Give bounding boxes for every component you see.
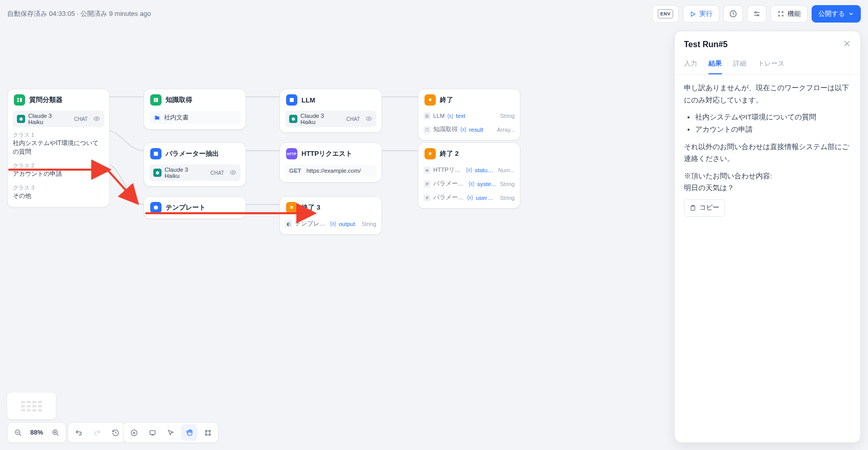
chat-tag: CHAT xyxy=(72,115,90,123)
node-end-1[interactable]: 終了 ◎ LLM {x} text String □ 知識取得 {x} resu… xyxy=(418,89,520,140)
node-parameter-extract[interactable]: パラメーター抽出 ✱ Claude 3 Haiku CHAT xyxy=(144,142,246,187)
add-node-button[interactable] xyxy=(126,424,142,441)
end-icon xyxy=(425,94,436,106)
output-var: result xyxy=(469,127,483,133)
workflow-canvas[interactable]: 質問分類器 ✱ Claude 3 Haiku CHAT クラス 1 社内システム… xyxy=(0,28,673,450)
svg-point-5 xyxy=(757,14,759,16)
svg-rect-18 xyxy=(290,98,294,102)
panel-title: Test Run#5 xyxy=(684,40,728,49)
grid-icon xyxy=(777,10,784,17)
play-icon xyxy=(690,11,696,17)
output-source: 知識取得 xyxy=(433,126,458,133)
tab-input[interactable]: 入力 xyxy=(684,55,697,74)
node-template[interactable]: テンプレート xyxy=(144,196,246,219)
model-chip[interactable]: ✱ Claude 3 Haiku CHAT xyxy=(285,111,376,127)
svg-point-16 xyxy=(232,171,234,173)
model-chip[interactable]: ✱ Claude 3 Haiku CHAT xyxy=(149,165,240,181)
clock-arrow-icon xyxy=(729,10,737,18)
undo-button[interactable] xyxy=(70,424,87,441)
minimap-content xyxy=(21,401,42,412)
tab-result[interactable]: 結果 xyxy=(709,55,722,74)
features-button[interactable]: 機能 xyxy=(771,5,808,23)
knowledge-doc[interactable]: 社内文書 xyxy=(149,111,240,124)
zoom-level: 88% xyxy=(28,429,45,436)
zoom-in-button[interactable] xyxy=(47,424,64,441)
model-name: Claude 3 Haiku xyxy=(165,167,205,179)
eye-icon xyxy=(93,115,100,123)
chevron-down-icon xyxy=(848,11,854,17)
param-source-icon: # xyxy=(423,194,431,201)
redo-button[interactable] xyxy=(89,424,105,441)
class-label: クラス 3 xyxy=(13,185,104,192)
model-chip[interactable]: ✱ Claude 3 Haiku CHAT xyxy=(13,111,104,127)
history-toolbar xyxy=(68,422,126,443)
svg-line-35 xyxy=(115,433,116,433)
svg-point-40 xyxy=(205,430,207,432)
node-title: パラメーター抽出 xyxy=(166,149,219,158)
node-title: テンプレート xyxy=(166,203,206,212)
schedule-button[interactable] xyxy=(723,5,743,23)
node-http-request[interactable]: HTTP HTTPリクエスト GET https://example.com/ xyxy=(279,142,382,182)
history-button[interactable] xyxy=(107,424,124,441)
copy-button[interactable]: コピー xyxy=(684,199,725,217)
llm-icon xyxy=(286,94,297,106)
tab-trace[interactable]: トレース xyxy=(758,55,784,74)
publish-button[interactable]: 公開する xyxy=(812,5,861,23)
svg-rect-13 xyxy=(20,98,22,102)
test-run-panel: Test Run#5 入力 結果 詳細 トレース 申し訳ありませんが、現在このワ… xyxy=(674,31,861,443)
separator: · xyxy=(77,10,79,17)
svg-point-9 xyxy=(782,15,783,16)
env-button[interactable]: ENV xyxy=(652,5,679,23)
svg-marker-0 xyxy=(691,12,695,16)
svg-rect-15 xyxy=(154,152,158,156)
panel-tabs: 入力 結果 詳細 トレース xyxy=(675,55,860,75)
node-question-classifier[interactable]: 質問分類器 ✱ Claude 3 Haiku CHAT クラス 1 社内システム… xyxy=(7,89,110,208)
node-title: 終了 3 xyxy=(301,203,320,212)
node-end-3[interactable]: 終了 3 ◐テンプレート{x}output String xyxy=(279,196,382,235)
output-var: text xyxy=(456,113,466,119)
copy-label: コピー xyxy=(699,202,719,214)
llm-source-icon: ◎ xyxy=(423,112,431,119)
end-icon xyxy=(425,148,436,159)
clipboard-icon xyxy=(690,204,696,211)
panel-body: 申し訳ありませんが、現在このワークフローは以下にのみ対応しています。 社内システ… xyxy=(675,75,860,224)
node-title: 終了 xyxy=(440,95,453,105)
autosave-text: 自動保存済み 04:33:05 xyxy=(7,10,75,17)
comment-button[interactable] xyxy=(144,424,160,441)
result-item: 社内システムやIT環境についての質問 xyxy=(695,111,851,124)
node-title: HTTPリクエスト xyxy=(301,149,352,158)
node-knowledge-retrieval[interactable]: 知識取得 社内文書 xyxy=(144,89,246,130)
save-status: 自動保存済み 04:33:05 · 公開済み 9 minutes ago xyxy=(7,9,151,18)
publish-label: 公開する xyxy=(818,9,845,18)
svg-point-19 xyxy=(368,117,370,119)
doc-name: 社内文書 xyxy=(164,114,189,121)
zoom-out-button[interactable] xyxy=(10,424,26,441)
hand-tool-button[interactable] xyxy=(181,424,197,441)
node-title: 質問分類器 xyxy=(29,95,63,105)
svg-point-6 xyxy=(778,11,779,12)
result-item: アカウントの申請 xyxy=(695,124,851,136)
svg-line-29 xyxy=(19,434,21,436)
run-label: 実行 xyxy=(699,9,713,18)
svg-point-8 xyxy=(778,15,779,16)
node-end-2[interactable]: 終了 2 ʜHTTPリク...{x}status... Num... #パラメー… xyxy=(418,142,520,209)
env-icon: ENV xyxy=(658,9,673,18)
svg-point-41 xyxy=(209,430,211,432)
node-title: 終了 2 xyxy=(440,149,459,158)
extract-icon xyxy=(150,148,162,159)
close-button[interactable] xyxy=(843,39,851,50)
book-icon xyxy=(150,94,162,106)
anthropic-icon: ✱ xyxy=(17,115,25,123)
run-button[interactable]: 実行 xyxy=(683,5,719,23)
tab-detail[interactable]: 詳細 xyxy=(733,55,746,74)
http-config[interactable]: GET https://example.com/ xyxy=(285,165,376,177)
anthropic-icon: ✱ xyxy=(153,169,162,177)
pointer-tool-button[interactable] xyxy=(163,424,179,441)
minimap[interactable] xyxy=(7,393,56,419)
node-llm[interactable]: LLM ✱ Claude 3 Haiku CHAT xyxy=(279,89,382,133)
features-label: 機能 xyxy=(788,9,801,18)
organize-button[interactable] xyxy=(199,424,216,441)
svg-point-17 xyxy=(154,206,158,210)
settings-toggle-button[interactable] xyxy=(747,5,766,23)
svg-point-7 xyxy=(782,11,783,12)
